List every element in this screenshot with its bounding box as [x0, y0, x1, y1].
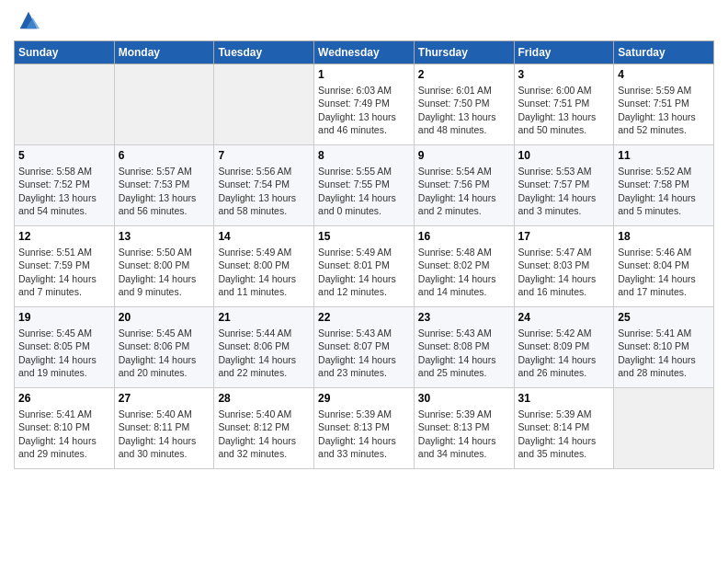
day-info: Sunrise: 5:51 AM Sunset: 7:59 PM Dayligh… [18, 247, 97, 297]
day-number: 16 [418, 229, 510, 244]
day-info: Sunrise: 5:45 AM Sunset: 8:05 PM Dayligh… [18, 327, 97, 378]
calendar-cell: 30Sunrise: 5:39 AM Sunset: 8:13 PM Dayli… [414, 388, 514, 469]
calendar-header-thursday: Thursday [414, 41, 514, 64]
calendar-cell: 19Sunrise: 5:45 AM Sunset: 8:05 PM Dayli… [15, 307, 115, 388]
day-info: Sunrise: 5:58 AM Sunset: 7:52 PM Dayligh… [18, 166, 97, 216]
day-number: 21 [218, 310, 310, 325]
day-info: Sunrise: 5:44 AM Sunset: 8:06 PM Dayligh… [218, 327, 296, 378]
calendar-week-row: 12Sunrise: 5:51 AM Sunset: 7:59 PM Dayli… [15, 226, 714, 307]
day-number: 11 [618, 148, 710, 163]
day-info: Sunrise: 5:40 AM Sunset: 8:12 PM Dayligh… [218, 408, 296, 459]
day-number: 26 [18, 391, 110, 406]
calendar-cell: 17Sunrise: 5:47 AM Sunset: 8:03 PM Dayli… [514, 226, 614, 307]
day-number: 18 [618, 229, 710, 244]
calendar-cell: 22Sunrise: 5:43 AM Sunset: 8:07 PM Dayli… [314, 307, 415, 388]
day-number: 24 [518, 310, 610, 325]
calendar-cell: 11Sunrise: 5:52 AM Sunset: 7:58 PM Dayli… [614, 145, 714, 226]
calendar-week-row: 19Sunrise: 5:45 AM Sunset: 8:05 PM Dayli… [15, 307, 714, 388]
calendar-cell: 12Sunrise: 5:51 AM Sunset: 7:59 PM Dayli… [15, 226, 115, 307]
day-info: Sunrise: 6:00 AM Sunset: 7:51 PM Dayligh… [518, 85, 597, 135]
day-info: Sunrise: 5:50 AM Sunset: 8:00 PM Dayligh… [119, 247, 197, 297]
calendar-header-monday: Monday [114, 41, 214, 64]
day-info: Sunrise: 5:42 AM Sunset: 8:09 PM Dayligh… [518, 327, 597, 378]
day-info: Sunrise: 5:56 AM Sunset: 7:54 PM Dayligh… [218, 166, 296, 216]
calendar-cell: 28Sunrise: 5:40 AM Sunset: 8:12 PM Dayli… [214, 388, 314, 469]
calendar-cell: 20Sunrise: 5:45 AM Sunset: 8:06 PM Dayli… [114, 307, 214, 388]
day-info: Sunrise: 6:01 AM Sunset: 7:50 PM Dayligh… [418, 85, 496, 135]
day-info: Sunrise: 5:57 AM Sunset: 7:53 PM Dayligh… [119, 166, 197, 216]
calendar-cell: 29Sunrise: 5:39 AM Sunset: 8:13 PM Dayli… [314, 388, 415, 469]
page: SundayMondayTuesdayWednesdayThursdayFrid… [0, 0, 728, 483]
calendar-cell: 1Sunrise: 6:03 AM Sunset: 7:49 PM Daylig… [314, 64, 415, 145]
day-number: 12 [18, 229, 110, 244]
day-number: 4 [618, 67, 710, 82]
day-info: Sunrise: 5:41 AM Sunset: 8:10 PM Dayligh… [18, 408, 97, 459]
day-number: 5 [18, 148, 110, 163]
day-info: Sunrise: 5:53 AM Sunset: 7:57 PM Dayligh… [518, 166, 597, 216]
calendar-cell: 31Sunrise: 5:39 AM Sunset: 8:14 PM Dayli… [514, 388, 614, 469]
logo [14, 9, 41, 33]
day-number: 27 [119, 391, 210, 406]
day-number: 28 [218, 391, 310, 406]
logo-icon [16, 7, 41, 33]
day-info: Sunrise: 5:39 AM Sunset: 8:13 PM Dayligh… [418, 408, 496, 459]
day-info: Sunrise: 5:59 AM Sunset: 7:51 PM Dayligh… [618, 85, 696, 135]
day-info: Sunrise: 5:52 AM Sunset: 7:58 PM Dayligh… [618, 166, 696, 216]
calendar-header-row: SundayMondayTuesdayWednesdayThursdayFrid… [15, 41, 714, 64]
day-info: Sunrise: 5:46 AM Sunset: 8:04 PM Dayligh… [618, 247, 696, 297]
day-number: 31 [518, 391, 610, 406]
calendar-cell [114, 64, 214, 145]
calendar-cell: 5Sunrise: 5:58 AM Sunset: 7:52 PM Daylig… [15, 145, 115, 226]
calendar-cell: 4Sunrise: 5:59 AM Sunset: 7:51 PM Daylig… [614, 64, 714, 145]
day-number: 7 [218, 148, 310, 163]
day-info: Sunrise: 5:40 AM Sunset: 8:11 PM Dayligh… [119, 408, 197, 459]
day-info: Sunrise: 5:54 AM Sunset: 7:56 PM Dayligh… [418, 166, 496, 216]
calendar-cell: 15Sunrise: 5:49 AM Sunset: 8:01 PM Dayli… [314, 226, 415, 307]
day-number: 2 [418, 67, 510, 82]
day-info: Sunrise: 5:43 AM Sunset: 8:08 PM Dayligh… [418, 327, 496, 378]
day-number: 29 [318, 391, 410, 406]
day-number: 9 [418, 148, 510, 163]
calendar-header-friday: Friday [514, 41, 614, 64]
calendar: SundayMondayTuesdayWednesdayThursdayFrid… [14, 40, 714, 469]
calendar-cell [15, 64, 115, 145]
day-info: Sunrise: 5:39 AM Sunset: 8:14 PM Dayligh… [518, 408, 597, 459]
day-info: Sunrise: 5:43 AM Sunset: 8:07 PM Dayligh… [318, 327, 396, 378]
calendar-cell: 10Sunrise: 5:53 AM Sunset: 7:57 PM Dayli… [514, 145, 614, 226]
calendar-cell: 2Sunrise: 6:01 AM Sunset: 7:50 PM Daylig… [414, 64, 514, 145]
calendar-cell: 25Sunrise: 5:41 AM Sunset: 8:10 PM Dayli… [614, 307, 714, 388]
day-info: Sunrise: 5:45 AM Sunset: 8:06 PM Dayligh… [119, 327, 197, 378]
day-number: 1 [318, 67, 410, 82]
day-info: Sunrise: 5:48 AM Sunset: 8:02 PM Dayligh… [418, 247, 496, 297]
calendar-cell: 21Sunrise: 5:44 AM Sunset: 8:06 PM Dayli… [214, 307, 314, 388]
calendar-cell: 6Sunrise: 5:57 AM Sunset: 7:53 PM Daylig… [114, 145, 214, 226]
calendar-week-row: 1Sunrise: 6:03 AM Sunset: 7:49 PM Daylig… [15, 64, 714, 145]
calendar-header-sunday: Sunday [15, 41, 115, 64]
calendar-cell: 14Sunrise: 5:49 AM Sunset: 8:00 PM Dayli… [214, 226, 314, 307]
day-number: 8 [318, 148, 410, 163]
day-number: 20 [119, 310, 210, 325]
calendar-header-wednesday: Wednesday [314, 41, 415, 64]
calendar-cell: 9Sunrise: 5:54 AM Sunset: 7:56 PM Daylig… [414, 145, 514, 226]
calendar-cell: 16Sunrise: 5:48 AM Sunset: 8:02 PM Dayli… [414, 226, 514, 307]
calendar-cell: 26Sunrise: 5:41 AM Sunset: 8:10 PM Dayli… [15, 388, 115, 469]
day-info: Sunrise: 5:49 AM Sunset: 8:01 PM Dayligh… [318, 247, 396, 297]
calendar-cell [614, 388, 714, 469]
calendar-cell [214, 64, 314, 145]
day-number: 6 [119, 148, 210, 163]
day-info: Sunrise: 5:41 AM Sunset: 8:10 PM Dayligh… [618, 327, 696, 378]
day-info: Sunrise: 5:49 AM Sunset: 8:00 PM Dayligh… [218, 247, 296, 297]
header [14, 9, 714, 33]
day-info: Sunrise: 6:03 AM Sunset: 7:49 PM Dayligh… [318, 85, 396, 135]
day-number: 14 [218, 229, 310, 244]
calendar-week-row: 26Sunrise: 5:41 AM Sunset: 8:10 PM Dayli… [15, 388, 714, 469]
day-number: 15 [318, 229, 410, 244]
day-number: 30 [418, 391, 510, 406]
calendar-week-row: 5Sunrise: 5:58 AM Sunset: 7:52 PM Daylig… [15, 145, 714, 226]
calendar-cell: 24Sunrise: 5:42 AM Sunset: 8:09 PM Dayli… [514, 307, 614, 388]
calendar-cell: 23Sunrise: 5:43 AM Sunset: 8:08 PM Dayli… [414, 307, 514, 388]
calendar-header-tuesday: Tuesday [214, 41, 314, 64]
calendar-cell: 27Sunrise: 5:40 AM Sunset: 8:11 PM Dayli… [114, 388, 214, 469]
calendar-header-saturday: Saturday [614, 41, 714, 64]
day-number: 17 [518, 229, 610, 244]
